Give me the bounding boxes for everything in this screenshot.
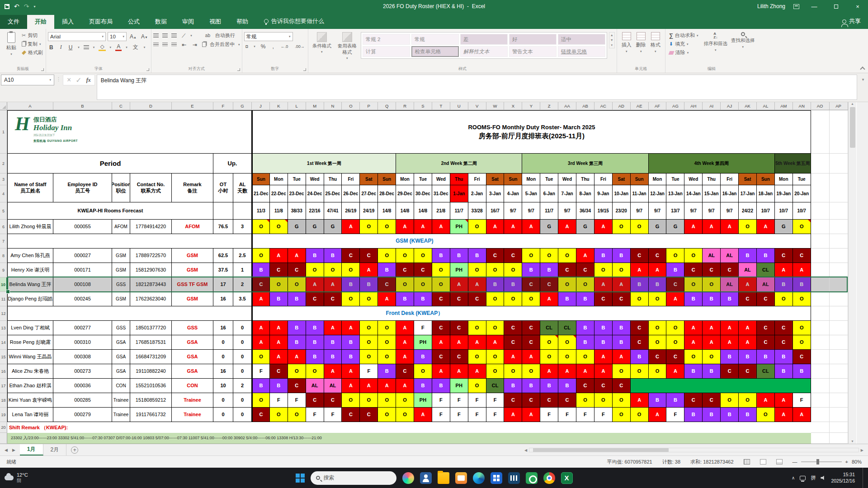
shift-cell-C[interactable]: C bbox=[793, 249, 811, 263]
shift-cell-A[interactable]: A bbox=[432, 220, 450, 234]
cell-style-解释性文本[interactable]: 解释性文本 bbox=[460, 46, 508, 57]
shift-cell-O[interactable]: O bbox=[342, 263, 360, 277]
day-name-cell[interactable]: Tue bbox=[540, 174, 558, 185]
shift-cell-O[interactable]: O bbox=[631, 220, 649, 234]
shift-cell-O[interactable]: O bbox=[252, 220, 270, 234]
shift-cell-O[interactable]: O bbox=[342, 292, 360, 306]
contact-no[interactable]: 17623623040 bbox=[130, 292, 172, 306]
day-name-cell[interactable]: Fri bbox=[594, 174, 613, 185]
employee-id[interactable]: 000108 bbox=[53, 277, 112, 292]
shift-cell-B[interactable]: B bbox=[703, 292, 721, 306]
shift-cell-AL[interactable]: AL bbox=[721, 249, 739, 263]
hscroll-right-icon[interactable]: ▶ bbox=[861, 448, 863, 452]
shift-cell-O[interactable]: O bbox=[613, 408, 631, 422]
day-name-cell[interactable]: Thu bbox=[324, 174, 342, 185]
shift-cell-O[interactable]: O bbox=[504, 364, 522, 379]
remark[interactable]: AFOM bbox=[172, 220, 213, 234]
borders-icon[interactable] bbox=[84, 45, 89, 49]
shift-cell-B[interactable]: B bbox=[288, 292, 306, 306]
shift-cell-C[interactable]: C bbox=[450, 350, 468, 364]
shift-cell-C[interactable]: C bbox=[504, 321, 522, 335]
column-header-Y[interactable]: Y bbox=[522, 102, 540, 110]
empty-cell-AO[interactable] bbox=[811, 292, 830, 306]
date-cell[interactable]: 7-Jan bbox=[558, 185, 576, 202]
shift-cell-O[interactable]: O bbox=[396, 277, 414, 292]
staff-name[interactable]: Lven Ding 丁相斌 bbox=[7, 321, 53, 335]
ot-hours[interactable]: 62.5 bbox=[213, 249, 233, 263]
shift-cell-C[interactable]: C bbox=[342, 408, 360, 422]
forecast-cell[interactable]: 19/15 bbox=[594, 202, 613, 220]
zoom-level[interactable]: 80% bbox=[852, 459, 862, 465]
shift-cell-C[interactable]: C bbox=[432, 321, 450, 335]
horizontal-scroll-thumb[interactable] bbox=[533, 448, 669, 452]
shift-cell-A[interactable]: A bbox=[504, 220, 522, 234]
shift-cell-A[interactable]: A bbox=[703, 321, 721, 335]
shift-cell-G[interactable]: G bbox=[775, 220, 793, 234]
taskbar-search-box[interactable]: 搜索 bbox=[311, 471, 396, 485]
italic-button[interactable]: I bbox=[59, 44, 63, 51]
format-as-table-button[interactable]: 套用表格格式▾ bbox=[335, 32, 359, 60]
empty-cell-AO[interactable] bbox=[811, 202, 830, 220]
remark[interactable]: CON bbox=[172, 379, 213, 393]
al-days[interactable]: 0 bbox=[233, 321, 252, 335]
shift-cell-G[interactable]: G bbox=[306, 220, 324, 234]
shift-cell-O[interactable]: O bbox=[540, 350, 558, 364]
date-cell[interactable]: 5-Jan bbox=[522, 185, 540, 202]
shift-cell-B[interactable]: B bbox=[432, 379, 450, 393]
shift-cell-B[interactable]: B bbox=[522, 263, 540, 277]
empty-cell-AO[interactable] bbox=[811, 364, 830, 379]
shift-cell-A[interactable]: A bbox=[486, 220, 505, 234]
shift-cell-A[interactable]: A bbox=[721, 220, 739, 234]
shift-cell-C[interactable]: C bbox=[666, 277, 684, 292]
shift-cell-O[interactable]: O bbox=[252, 393, 270, 408]
al-days[interactable]: 1 bbox=[233, 263, 252, 277]
forecast-cell[interactable]: 21/8 bbox=[432, 202, 450, 220]
shift-cell-B[interactable]: B bbox=[306, 350, 324, 364]
empty-cell-AP[interactable] bbox=[830, 364, 848, 379]
shift-cell-O[interactable]: O bbox=[486, 321, 505, 335]
day-name-cell[interactable]: Sat bbox=[486, 174, 505, 185]
forecast-cell[interactable]: 11/8 bbox=[270, 202, 288, 220]
date-cell[interactable]: 9-Jan bbox=[594, 185, 613, 202]
shift-cell-A[interactable]: A bbox=[613, 277, 631, 292]
shift-cell-A[interactable]: A bbox=[522, 220, 540, 234]
day-name-cell[interactable]: Mon bbox=[649, 174, 667, 185]
formula-input[interactable]: Belinda Wang 王萍 bbox=[97, 75, 857, 100]
shift-cell-A[interactable]: A bbox=[576, 249, 594, 263]
date-cell[interactable]: 2-Jan bbox=[468, 185, 486, 202]
date-cell[interactable]: 23-Dec bbox=[288, 185, 306, 202]
position[interactable]: CON bbox=[112, 379, 130, 393]
shift-cell-O[interactable]: O bbox=[396, 249, 414, 263]
shift-cell-O[interactable]: O bbox=[594, 393, 613, 408]
shift-cell-O[interactable]: O bbox=[378, 335, 396, 350]
column-header-AE[interactable]: AE bbox=[631, 102, 649, 110]
contact-no[interactable]: 15180859212 bbox=[130, 393, 172, 408]
shift-cell-O[interactable]: O bbox=[793, 220, 811, 234]
shift-cell-A[interactable]: A bbox=[486, 335, 505, 350]
date-cell[interactable]: 10-Jan bbox=[613, 185, 631, 202]
column-header-X[interactable]: X bbox=[504, 102, 522, 110]
al-days[interactable]: 0 bbox=[233, 393, 252, 408]
shift-cell-A[interactable]: A bbox=[252, 292, 270, 306]
column-header-C[interactable]: C bbox=[112, 102, 130, 110]
row-header-13[interactable]: 13 bbox=[0, 321, 7, 335]
shift-cell-O[interactable]: O bbox=[703, 277, 721, 292]
shift-cell-O[interactable]: O bbox=[703, 350, 721, 364]
grid-app-icon[interactable] bbox=[491, 472, 502, 484]
position[interactable]: GSS bbox=[112, 321, 130, 335]
row-header-6[interactable]: 6 bbox=[0, 220, 7, 234]
shift-cell-A[interactable]: A bbox=[540, 364, 558, 379]
column-header-AA[interactable]: AA bbox=[558, 102, 576, 110]
column-header-E[interactable]: E bbox=[172, 102, 213, 110]
date-cell[interactable]: 11-Jan bbox=[631, 185, 649, 202]
column-header-AJ[interactable]: AJ bbox=[721, 102, 739, 110]
gallery-more-icon[interactable]: ▾ bbox=[611, 43, 613, 47]
contact-no[interactable]: 17889722570 bbox=[130, 249, 172, 263]
shift-cell-C[interactable]: C bbox=[504, 393, 522, 408]
shift-cell-C[interactable]: C bbox=[775, 321, 793, 335]
increase-decimal-icon[interactable]: ←.0 bbox=[279, 44, 290, 49]
date-cell[interactable]: 31-Dec bbox=[432, 185, 450, 202]
employee-id[interactable]: 000277 bbox=[53, 321, 112, 335]
horizontal-scrollbar[interactable]: ◀ ▶ bbox=[524, 447, 863, 453]
shift-cell-A[interactable]: A bbox=[342, 364, 360, 379]
